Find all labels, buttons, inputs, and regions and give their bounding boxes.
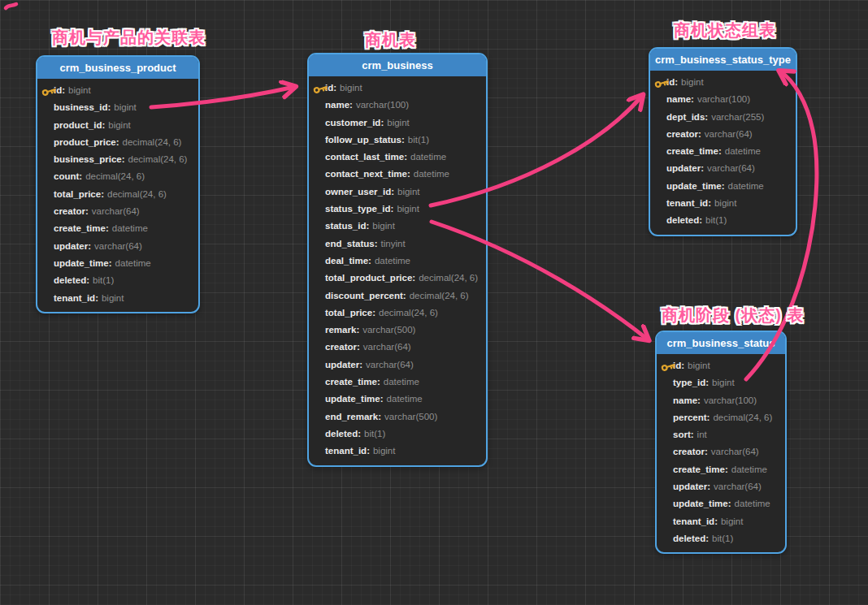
table-title[interactable]: crm_business_status_type	[650, 49, 796, 71]
field-name: updater	[325, 360, 362, 369]
field-name: tenant_id	[54, 293, 98, 303]
field-row-creator[interactable]: creatorvarchar(64)	[37, 203, 198, 220]
field-row-customer_id[interactable]: customer_idbigint	[309, 115, 486, 132]
field-row-total_price[interactable]: total_pricedecimal(24, 6)	[37, 186, 198, 203]
field-name: name	[666, 94, 694, 104]
field-row-contact_next_time[interactable]: contact_next_timedatetime	[309, 166, 486, 183]
field-name: discount_percent	[325, 291, 406, 300]
field-name: name	[325, 100, 353, 110]
field-row-count[interactable]: countdecimal(24, 6)	[37, 168, 198, 185]
field-row-dept_ids[interactable]: dept_idsvarchar(255)	[650, 109, 796, 126]
field-row-product_id[interactable]: product_idbigint	[37, 117, 198, 134]
field-name: update_time	[666, 181, 725, 191]
field-row-name[interactable]: namevarchar(100)	[657, 392, 785, 409]
field-row-create_time[interactable]: create_timedatetime	[309, 374, 486, 391]
field-row-create_time[interactable]: create_timedatetime	[657, 461, 785, 478]
field-row-creator[interactable]: creatorvarchar(64)	[309, 339, 486, 356]
field-name: updater	[54, 241, 91, 251]
field-row-updater[interactable]: updatervarchar(64)	[657, 478, 785, 495]
field-row-creator[interactable]: creatorvarchar(64)	[650, 126, 796, 143]
table-crm_business_product[interactable]: crm_business_productidbigintbusiness_idb…	[36, 55, 200, 313]
field-row-id[interactable]: idbigint	[309, 80, 486, 97]
field-name: sort	[673, 430, 694, 439]
table-field-list: idbigintnamevarchar(100)dept_idsvarchar(…	[650, 71, 796, 235]
field-row-percent[interactable]: percentdecimal(24, 6)	[657, 409, 785, 426]
field-type: varchar(64)	[705, 129, 753, 139]
field-type: datetime	[731, 465, 767, 474]
table-title[interactable]: crm_business	[309, 54, 486, 76]
field-type: varchar(100)	[697, 94, 750, 104]
field-row-total_price[interactable]: total_pricedecimal(24, 6)	[309, 305, 486, 322]
field-row-status_id[interactable]: status_idbigint	[309, 218, 486, 235]
table-title[interactable]: crm_business_product	[37, 57, 198, 79]
field-type: int	[697, 430, 707, 439]
table-field-list: idbiginttype_idbigintnamevarchar(100)per…	[657, 354, 785, 552]
field-name: follow_up_status	[325, 135, 405, 145]
field-row-updater[interactable]: updatervarchar(64)	[37, 238, 198, 255]
field-type: decimal(24, 6)	[123, 137, 182, 147]
field-row-id[interactable]: idbigint	[37, 82, 198, 99]
field-row-updater[interactable]: updatervarchar(64)	[309, 357, 486, 374]
field-name: creator	[673, 447, 708, 456]
field-name: creator	[666, 129, 701, 139]
field-row-deleted[interactable]: deletedbit(1)	[309, 426, 486, 443]
field-row-updater[interactable]: updatervarchar(64)	[650, 160, 796, 177]
field-row-id[interactable]: idbigint	[650, 74, 796, 91]
field-row-deleted[interactable]: deletedbit(1)	[650, 212, 796, 229]
table-annotation-label: 商机与产品的关联表	[52, 27, 206, 49]
field-row-status_type_id[interactable]: status_type_idbigint	[309, 201, 486, 218]
field-name: dept_ids	[666, 112, 708, 122]
field-row-discount_percent[interactable]: discount_percentdecimal(24, 6)	[309, 287, 486, 305]
field-row-update_time[interactable]: update_timedatetime	[37, 255, 198, 272]
table-title[interactable]: crm_business_status	[657, 332, 785, 354]
field-row-tenant_id[interactable]: tenant_idbigint	[650, 195, 796, 212]
field-type: datetime	[735, 499, 770, 508]
field-type: datetime	[410, 152, 446, 162]
field-type: datetime	[414, 169, 449, 179]
field-name: update_time	[673, 499, 731, 508]
field-row-tenant_id[interactable]: tenant_idbigint	[37, 290, 198, 307]
field-name: product_price	[54, 137, 119, 147]
field-type: tinyint	[381, 239, 406, 248]
field-name: tenant_id	[666, 198, 711, 208]
field-row-business_id[interactable]: business_idbigint	[37, 99, 198, 116]
field-row-sort[interactable]: sortint	[657, 426, 785, 443]
field-row-follow_up_status[interactable]: follow_up_statusbit(1)	[309, 132, 486, 149]
field-type: bigint	[397, 204, 419, 214]
field-row-name[interactable]: namevarchar(100)	[650, 91, 796, 108]
field-row-deleted[interactable]: deletedbit(1)	[37, 272, 198, 289]
field-row-update_time[interactable]: update_timedatetime	[309, 391, 486, 408]
field-row-deal_time[interactable]: deal_timedatetime	[309, 253, 486, 270]
field-row-business_price[interactable]: business_pricedecimal(24, 6)	[37, 151, 198, 168]
field-row-product_price[interactable]: product_pricedecimal(24, 6)	[37, 134, 198, 151]
field-row-deleted[interactable]: deletedbit(1)	[657, 530, 785, 547]
field-row-total_product_price[interactable]: total_product_pricedecimal(24, 6)	[309, 270, 486, 287]
field-name: total_product_price	[325, 273, 415, 283]
field-row-tenant_id[interactable]: tenant_idbigint	[657, 513, 785, 530]
field-row-end_remark[interactable]: end_remarkvarchar(500)	[309, 408, 486, 426]
field-type: datetime	[725, 146, 761, 156]
field-name: create_time	[673, 465, 728, 474]
field-name: create_time	[666, 146, 722, 156]
field-name: tenant_id	[673, 516, 718, 526]
field-row-end_status[interactable]: end_statustinyint	[309, 236, 486, 253]
field-row-update_time[interactable]: update_timedatetime	[650, 178, 796, 195]
field-row-name[interactable]: namevarchar(100)	[309, 97, 486, 114]
field-type: bigint	[721, 516, 744, 526]
field-type: decimal(24, 6)	[128, 154, 188, 164]
field-row-creator[interactable]: creatorvarchar(64)	[657, 443, 785, 460]
field-row-tenant_id[interactable]: tenant_idbigint	[309, 443, 486, 460]
field-type: varchar(500)	[384, 412, 437, 421]
field-row-id[interactable]: idbigint	[657, 357, 785, 374]
table-crm_business_status[interactable]: crm_business_statusidbiginttype_idbigint…	[655, 331, 787, 554]
field-row-create_time[interactable]: create_timedatetime	[37, 220, 198, 237]
field-row-owner_user_id[interactable]: owner_user_idbigint	[309, 184, 486, 201]
field-row-remark[interactable]: remarkvarchar(500)	[309, 322, 486, 339]
field-row-type_id[interactable]: type_idbigint	[657, 374, 785, 391]
table-crm_business_status_type[interactable]: crm_business_status_typeidbigintnamevarc…	[649, 47, 797, 236]
table-crm_business[interactable]: crm_businessidbigintnamevarchar(100)cust…	[307, 53, 488, 467]
er-diagram-canvas[interactable]: 商机与产品的关联表crm_business_productidbigintbus…	[0, 0, 868, 605]
field-row-create_time[interactable]: create_timedatetime	[650, 143, 796, 160]
field-row-contact_last_time[interactable]: contact_last_timedatetime	[309, 149, 486, 166]
field-row-update_time[interactable]: update_timedatetime	[657, 495, 785, 512]
